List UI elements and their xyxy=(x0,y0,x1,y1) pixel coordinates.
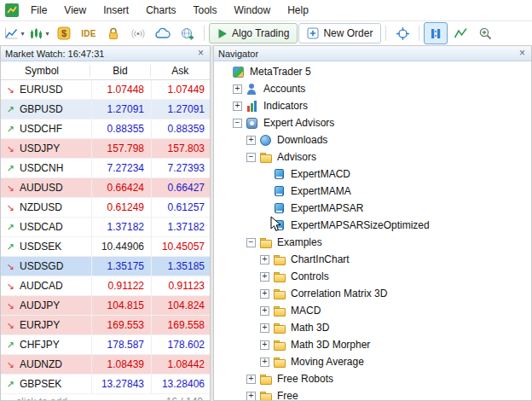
menu-help[interactable]: Help xyxy=(279,0,317,20)
column-bid[interactable]: Bid xyxy=(90,65,150,77)
tree-item-indicators[interactable]: Indicators xyxy=(214,97,531,114)
tree-item-macd[interactable]: MACD xyxy=(214,302,531,319)
expand-toggle-icon[interactable] xyxy=(233,102,242,111)
dollar-icon: $ xyxy=(57,26,71,40)
toolbar-separator xyxy=(204,26,205,41)
crosshair-button[interactable] xyxy=(390,22,414,44)
menu-insert[interactable]: Insert xyxy=(95,0,137,20)
market-watch-row-audnzd[interactable]: AUDNZD 1.08439 1.08442 xyxy=(1,355,210,375)
community-button[interactable] xyxy=(176,22,200,44)
bid-value: 7.27234 xyxy=(92,159,152,177)
signal-button[interactable] xyxy=(126,22,150,44)
tree-item-downloads[interactable]: Downloads xyxy=(214,131,531,148)
click-to-add-field[interactable]: click to add... xyxy=(1,396,76,401)
market-watch-row-gbpsek[interactable]: GBPSEK 13.27843 13.28406 xyxy=(1,375,210,394)
workspace: Market Watch: 16:47:31 × Symbol Bid Ask … xyxy=(0,45,532,401)
tree-item-free-robots[interactable]: Free Robots xyxy=(214,370,531,387)
column-symbol[interactable]: Symbol xyxy=(1,65,90,77)
menu-file[interactable]: File xyxy=(22,0,55,20)
market-watch-row-usdcad[interactable]: USDCAD 1.37182 1.37182 xyxy=(1,218,210,237)
tree-item-chartinchart[interactable]: ChartInChart xyxy=(214,251,531,268)
market-watch-row-usdsek[interactable]: USDSEK 10.44906 10.45057 xyxy=(1,237,210,257)
market-depth-button[interactable] xyxy=(424,22,448,44)
market-watch-row-usdcnh[interactable]: USDCNH 7.27234 7.27393 xyxy=(1,159,210,178)
cloud-button[interactable] xyxy=(151,22,175,44)
tree-item-metatrader5[interactable]: MetaTrader 5 xyxy=(214,63,531,80)
tree-item-label: Free xyxy=(277,390,298,400)
ide-button[interactable]: IDE xyxy=(77,22,101,44)
symbol-label: GBPSEK xyxy=(20,375,92,393)
expand-toggle-icon[interactable] xyxy=(260,255,269,264)
market-watch-header[interactable]: Market Watch: 16:47:31 × xyxy=(1,46,210,61)
market-watch-row-eurusd[interactable]: EURUSD 1.07448 1.07449 xyxy=(1,80,210,100)
chart-type-button[interactable]: ▾ xyxy=(27,22,51,44)
tree-item-free[interactable]: Free xyxy=(214,387,531,400)
tree-item-math-3d[interactable]: Math 3D xyxy=(214,319,531,336)
expand-toggle-icon[interactable] xyxy=(260,340,269,350)
expand-toggle-icon[interactable] xyxy=(260,306,269,316)
tree-item-moving-average[interactable]: Moving Average xyxy=(214,353,531,370)
trend-icon xyxy=(1,281,20,292)
symbol-label: NZDUSD xyxy=(20,198,92,217)
expand-toggle-icon[interactable] xyxy=(246,238,256,247)
expand-toggle-icon[interactable] xyxy=(233,84,242,94)
close-icon[interactable]: × xyxy=(518,49,527,58)
zigzag-button[interactable] xyxy=(448,22,472,44)
tree-item-expertmama[interactable]: ExpertMAMA xyxy=(214,183,531,200)
expert-file-icon xyxy=(273,219,286,232)
tree-item-controls[interactable]: Controls xyxy=(214,268,531,285)
market-watch-row-audcad[interactable]: AUDCAD 0.91122 0.91123 xyxy=(1,276,210,296)
market-watch-row-nzdusd[interactable]: NZDUSD 0.61249 0.61257 xyxy=(1,198,210,218)
market-watch-row-chfjpy[interactable]: CHFJPY 178.587 178.602 xyxy=(1,335,210,355)
column-ask[interactable]: Ask xyxy=(151,65,210,77)
tree-item-correlation-matrix-3d[interactable]: Correlation Matrix 3D xyxy=(214,285,531,302)
symbols-button[interactable]: $ xyxy=(52,22,76,44)
expand-toggle-icon[interactable] xyxy=(246,392,256,401)
market-watch-row-usdsgd[interactable]: USDSGD 1.35175 1.35185 xyxy=(1,257,210,276)
tree-item-advisors[interactable]: Advisors xyxy=(214,148,531,166)
menu-tools[interactable]: Tools xyxy=(185,0,226,20)
folder-icon xyxy=(273,356,286,369)
market-watch-row-gbpusd[interactable]: GBPUSD 1.27091 1.27091 xyxy=(1,100,210,119)
toolbar-separator xyxy=(385,26,386,41)
symbol-label: USDSGD xyxy=(20,257,92,276)
expand-toggle-icon[interactable] xyxy=(233,119,242,128)
algo-trading-button[interactable]: Algo Trading xyxy=(209,23,298,44)
tree-item-expert-advisors[interactable]: Expert Advisors xyxy=(214,114,531,131)
bid-value: 178.587 xyxy=(92,335,152,354)
tree-item-expertmapsarsizeoptimized[interactable]: ExpertMAPSARSizeOptimized xyxy=(214,217,531,234)
tree-item-expertmapsar[interactable]: ExpertMAPSAR xyxy=(214,200,531,217)
menu-window[interactable]: Window xyxy=(226,0,280,20)
expand-toggle-icon[interactable] xyxy=(260,357,269,367)
expert-file-icon xyxy=(273,202,286,215)
market-watch-row-usdchf[interactable]: USDCHF 0.88355 0.88359 xyxy=(1,119,210,139)
market-watch-row-audusd[interactable]: AUDUSD 0.66424 0.66427 xyxy=(1,178,210,198)
expand-toggle-icon[interactable] xyxy=(246,375,256,384)
candlestick-chart-icon xyxy=(29,27,43,40)
menu-charts[interactable]: Charts xyxy=(137,0,184,20)
expand-toggle-icon[interactable] xyxy=(260,323,269,333)
tree-item-accounts[interactable]: Accounts xyxy=(214,80,531,97)
close-icon[interactable]: × xyxy=(196,49,205,58)
tree-item-expertmacd[interactable]: ExpertMACD xyxy=(214,166,531,183)
ask-value: 0.61257 xyxy=(152,198,211,217)
expand-toggle-icon[interactable] xyxy=(260,289,269,299)
zoom-in-button[interactable] xyxy=(473,22,497,44)
market-watch-row-audjpy[interactable]: AUDJPY 104.815 104.824 xyxy=(1,296,210,316)
trend-icon xyxy=(1,163,20,174)
expand-toggle-icon[interactable] xyxy=(246,136,256,145)
tree-item-math-3d-morpher[interactable]: Math 3D Morpher xyxy=(214,336,531,353)
menu-view[interactable]: View xyxy=(55,0,95,20)
tree-item-examples[interactable]: Examples xyxy=(214,234,531,251)
market-watch-row-usdjpy[interactable]: USDJPY 157.798 157.803 xyxy=(1,139,210,159)
lock-button[interactable] xyxy=(101,22,125,44)
chevron-down-icon: ▾ xyxy=(45,30,49,38)
line-chart-button[interactable]: ▾ xyxy=(3,22,26,44)
navigator-header[interactable]: Navigator × xyxy=(214,46,531,61)
padlock-icon xyxy=(107,26,120,40)
expand-toggle-icon[interactable] xyxy=(246,153,256,162)
expand-toggle-icon[interactable] xyxy=(260,272,269,282)
cloud-icon xyxy=(155,27,171,39)
market-watch-row-eurjpy[interactable]: EURJPY 169.553 169.558 xyxy=(1,316,210,335)
new-order-button[interactable]: New Order xyxy=(298,23,381,44)
